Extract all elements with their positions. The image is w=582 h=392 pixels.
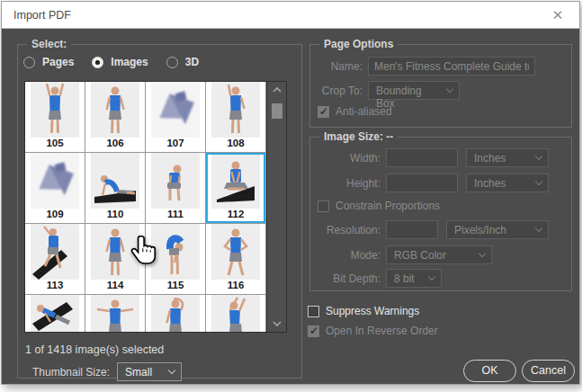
- reverse-order-label: Open In Reverse Order: [326, 325, 438, 337]
- bit-depth-select: 8 bit: [386, 269, 442, 288]
- select-group-legend: Select:: [27, 38, 71, 50]
- thumbnail-item[interactable]: [206, 295, 266, 332]
- scroll-up-icon[interactable]: [267, 84, 287, 96]
- thumbnail-number: 107: [146, 138, 205, 152]
- image-size-group: Image Size: -- Width: Inches Height: Inc…: [309, 137, 572, 291]
- thumbnail-number: 110: [85, 209, 145, 223]
- thumbnail-number: 106: [85, 138, 145, 152]
- width-unit-select: Inches: [466, 148, 549, 167]
- name-row: Name:: [319, 57, 535, 76]
- thumbnail-number: 105: [25, 138, 85, 152]
- radio-pages-label[interactable]: Pages: [42, 56, 74, 68]
- thumbnail-photo: [85, 224, 145, 280]
- suppress-warnings-label[interactable]: Suppress Warnings: [326, 305, 419, 317]
- image-size-legend: Image Size: --: [319, 130, 398, 143]
- thumbnail-photo: [146, 153, 205, 209]
- thumbnail-grid: 105106107108109110111112113114115116: [24, 81, 287, 333]
- bit-depth-row: Bit Depth: 8 bit: [319, 269, 442, 288]
- height-unit-select: Inches: [466, 174, 549, 192]
- thumbnail-number: 113: [25, 280, 85, 294]
- thumbnail-photo: [25, 82, 85, 138]
- radio-pages[interactable]: [23, 57, 35, 68]
- thumbnail-photo: [85, 295, 145, 332]
- chevron-down-icon: [428, 272, 435, 280]
- thumbnail-photo: [146, 82, 205, 138]
- import-pdf-screenshot: Import PDF ✕ Select: Pages Images 3D 105…: [0, 0, 582, 392]
- thumbnail-photo: [85, 153, 145, 209]
- resolution-field: [386, 220, 438, 239]
- width-unit-value: Inches: [474, 152, 506, 165]
- select-group: Select: Pages Images 3D 1051061071081091…: [17, 44, 302, 379]
- dialog-titlebar[interactable]: Import PDF ✕: [2, 2, 579, 29]
- thumbnail-item-115[interactable]: 115: [146, 224, 206, 295]
- page-options-group: Page Options Name: Crop To: Bounding Box…: [309, 44, 572, 128]
- chevron-down-icon: [535, 177, 542, 184]
- thumbnail-photo: [206, 82, 265, 138]
- thumbnail-photo: [146, 224, 205, 280]
- select-mode-radios: Pages Images 3D: [23, 56, 210, 68]
- reverse-order-checkbox: [308, 325, 319, 337]
- thumbnail-photo: [25, 153, 85, 209]
- scrollbar-thumb[interactable]: [272, 103, 282, 119]
- width-field: [386, 148, 458, 167]
- close-icon[interactable]: ✕: [549, 6, 567, 24]
- dialog-body: Select: Pages Images 3D 1051061071081091…: [2, 30, 579, 384]
- bit-depth-value: 8 bit: [394, 272, 415, 285]
- thumbnail-item-105[interactable]: 105: [25, 82, 85, 153]
- thumbnail-photo: [25, 224, 85, 280]
- constrain-proportions-checkbox: [318, 200, 329, 212]
- radio-images-label[interactable]: Images: [111, 56, 148, 68]
- thumbnail-item-106[interactable]: 106: [85, 82, 146, 153]
- crop-to-row: Crop To: Bounding Box: [319, 81, 460, 100]
- thumbnail-item-108[interactable]: 108: [206, 82, 266, 153]
- radio-3d-label[interactable]: 3D: [185, 56, 199, 68]
- thumbnail-photo: [85, 82, 145, 138]
- thumbnail-item-110[interactable]: 110: [85, 153, 146, 224]
- thumbnail-item-107[interactable]: 107: [146, 82, 206, 153]
- thumbnail-number: 116: [206, 280, 265, 294]
- name-field: [368, 57, 535, 76]
- thumbnail-number: 111: [146, 209, 205, 223]
- resolution-label: Resolution:: [319, 224, 381, 236]
- bit-depth-label: Bit Depth:: [319, 272, 381, 285]
- selection-status: 1 of 1418 image(s) selected: [25, 343, 164, 356]
- mode-label: Mode:: [319, 249, 381, 262]
- thumbnail-item-109[interactable]: 109: [25, 153, 85, 224]
- thumbnail-item-113[interactable]: 113: [25, 224, 85, 295]
- radio-3d[interactable]: [166, 57, 178, 68]
- thumbnail-number: 114: [85, 280, 145, 294]
- thumbnail-item-116[interactable]: 116: [206, 224, 266, 295]
- width-label: Width:: [319, 152, 381, 165]
- scroll-down-icon[interactable]: [267, 317, 287, 330]
- thumbnail-size-row: Thumbnail Size: Small: [32, 362, 182, 381]
- ok-button[interactable]: OK: [463, 360, 516, 382]
- resolution-unit-value: Pixels/Inch: [454, 224, 506, 236]
- thumbnail-item[interactable]: [85, 295, 146, 332]
- height-field: [386, 174, 458, 192]
- chevron-down-icon: [535, 152, 542, 159]
- thumbnail-size-select[interactable]: Small: [117, 362, 182, 381]
- grid-scrollbar[interactable]: [266, 82, 286, 332]
- anti-aliased-row: Anti-aliased: [318, 105, 392, 118]
- chevron-down-icon: [535, 224, 542, 231]
- cancel-button[interactable]: Cancel: [522, 360, 575, 382]
- chevron-down-icon: [479, 249, 486, 256]
- thumbnail-number: 108: [206, 138, 265, 152]
- thumbnail-photo: [206, 224, 265, 280]
- thumbnail-size-label: Thumbnail Size:: [32, 366, 110, 379]
- suppress-warnings-checkbox[interactable]: [308, 306, 319, 317]
- anti-aliased-label: Anti-aliased: [336, 105, 392, 118]
- thumbnail-photo: [146, 295, 205, 332]
- resolution-row: Resolution: Pixels/Inch: [319, 220, 549, 239]
- import-pdf-dialog: Import PDF ✕ Select: Pages Images 3D 105…: [1, 1, 580, 385]
- thumbnail-item[interactable]: [25, 295, 85, 332]
- thumbnail-item-114[interactable]: 114: [85, 224, 146, 295]
- thumbnail-number: 112: [206, 209, 265, 223]
- mode-select: RGB Color: [386, 245, 492, 264]
- chevron-down-icon: [446, 85, 453, 92]
- thumbnail-item[interactable]: [146, 295, 206, 332]
- thumbnail-item-111[interactable]: 111: [146, 153, 206, 224]
- thumbnail-number: 115: [146, 280, 205, 294]
- thumbnail-item-112[interactable]: 112: [206, 153, 266, 224]
- radio-images[interactable]: [92, 57, 103, 68]
